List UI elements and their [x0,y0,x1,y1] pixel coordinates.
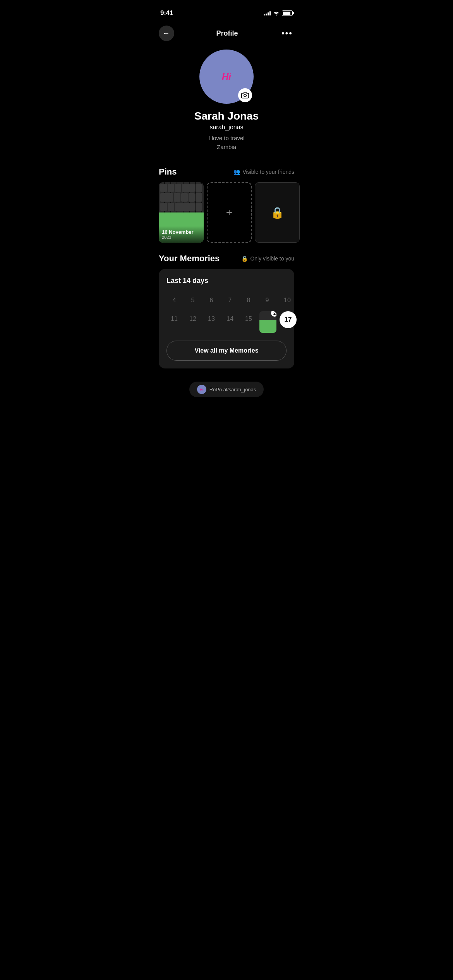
bottom-hint: Hi RoPo al/sarah_jonas [151,376,302,403]
cal-day-9: 9 [259,293,275,308]
cal-day-4: 4 [166,293,182,308]
battery-icon [282,10,293,16]
hint-text: RoPo al/sarah_jonas [209,387,256,392]
cal-day-14: 14 [222,311,238,327]
pin-keyboard-visual [159,182,204,212]
cal-day-13: 13 [204,311,219,327]
signal-icon [264,11,271,15]
memories-header: Your Memories 🔒 Only visible to you [159,254,294,264]
avatar-text: Hi [222,71,231,82]
back-arrow-icon: ← [163,29,170,38]
cal-day-16-thumb[interactable]: 2 [259,311,276,333]
cal-day-17[interactable]: 17 [280,311,297,328]
camera-button[interactable] [238,88,252,102]
status-time: 9:41 [160,9,173,17]
status-icons [264,10,293,16]
pin-add-card[interactable]: + [207,182,252,243]
friends-icon: 👥 [233,169,240,175]
cal-day-7: 7 [222,293,238,308]
cal-day-12: 12 [185,311,201,327]
status-bar: 9:41 [151,0,302,21]
cal-day-8: 8 [241,293,256,308]
lock-icon: 🔒 [271,206,284,219]
bottom-hint-inner: Hi RoPo al/sarah_jonas [189,382,264,397]
wifi-icon [273,11,280,15]
calendar-grid: 4 5 6 7 8 9 10 11 12 13 14 15 2 17 [166,293,287,333]
cal-day-6: 6 [204,293,219,308]
more-button[interactable]: ••• [280,27,294,40]
pins-grid: 16 November 2023 + 🔒 [151,182,302,252]
memories-visibility-label: Only visible to you [250,255,294,262]
profile-username: sarah_jonas [209,124,243,131]
avatar-section: Hi Sarah Jonas sarah_jonas I love to tra… [151,46,302,159]
avatar-container: Hi [199,50,254,104]
cal-day-15: 15 [241,311,256,327]
cal-day-10: 10 [280,293,295,308]
pin-locked-card: 🔒 [255,182,300,243]
svg-point-0 [244,94,247,97]
memories-card: Last 14 days 4 5 6 7 8 9 10 11 12 13 14 … [159,269,294,368]
back-button[interactable]: ← [159,26,174,41]
memories-visibility-badge: 🔒 Only visible to you [241,255,294,262]
location-text: Zambia [217,144,236,150]
memories-title: Your Memories [159,254,220,264]
pins-visibility-badge: 👥 Visible to your friends [233,169,294,175]
bio-text: I love to travel [208,135,244,141]
cal-day-11: 11 [166,311,182,327]
view-all-memories-button[interactable]: View all my Memories [166,341,287,361]
profile-name: Sarah Jonas [194,110,259,122]
page-title: Profile [216,29,238,38]
hint-avatar-text: Hi [200,388,203,391]
pins-section-header: Pins 👥 Visible to your friends [151,159,302,182]
pin-card-1[interactable]: 16 November 2023 [159,182,204,243]
add-pin-icon: + [226,206,232,219]
header: ← Profile ••• [151,21,302,46]
camera-icon [241,91,249,99]
cal-day-5: 5 [185,293,201,308]
pin-date: 16 November [162,229,201,235]
hint-avatar: Hi [197,385,206,394]
pin-year: 2023 [162,235,201,240]
pin-overlay: 16 November 2023 [159,226,204,243]
lock-small-icon: 🔒 [241,255,248,262]
memories-card-title: Last 14 days [166,277,287,285]
pins-visibility-label: Visible to your friends [242,169,294,175]
pins-title: Pins [159,167,177,177]
memories-section: Your Memories 🔒 Only visible to you Last… [151,252,302,376]
profile-bio: I love to travel Zambia [208,134,244,151]
